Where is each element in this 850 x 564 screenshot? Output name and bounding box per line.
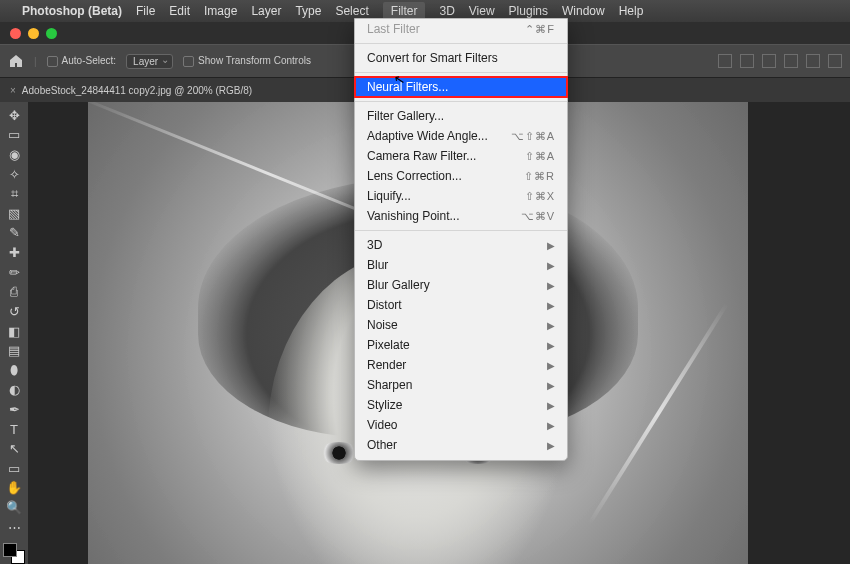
align-icon[interactable] [718, 54, 732, 68]
menu-item-pixelate[interactable]: Pixelate▶ [355, 335, 567, 355]
menu-item-render[interactable]: Render▶ [355, 355, 567, 375]
align-icon[interactable] [784, 54, 798, 68]
menu-item-sharpen[interactable]: Sharpen▶ [355, 375, 567, 395]
pen-tool[interactable]: ✒ [3, 400, 25, 419]
menu-view[interactable]: View [469, 4, 495, 18]
hand-tool[interactable]: ✋ [3, 479, 25, 498]
blur-tool[interactable]: ⬮ [3, 361, 25, 380]
menu-item-vanishing-point[interactable]: Vanishing Point...⌥⌘V [355, 206, 567, 226]
show-transform-controls-checkbox[interactable]: Show Transform Controls [183, 55, 311, 67]
menu-item-neural-filters[interactable]: Neural Filters... [355, 77, 567, 97]
move-tool[interactable]: ✥ [3, 106, 25, 125]
menu-item-adaptive-wide-angle[interactable]: Adaptive Wide Angle...⌥⇧⌘A [355, 126, 567, 146]
menu-plugins[interactable]: Plugins [509, 4, 548, 18]
crop-tool[interactable]: ⌗ [3, 184, 25, 203]
close-tab-icon[interactable]: × [10, 85, 16, 96]
path-select-tool[interactable]: ↖ [3, 439, 25, 458]
align-icons [718, 54, 842, 68]
eraser-tool[interactable]: ◧ [3, 322, 25, 341]
edit-toolbar[interactable]: ⋯ [3, 518, 25, 537]
menu-file[interactable]: File [136, 4, 155, 18]
menu-select[interactable]: Select [335, 4, 368, 18]
zoom-window-button[interactable] [46, 28, 57, 39]
menu-item-blur-gallery[interactable]: Blur Gallery▶ [355, 275, 567, 295]
menu-image[interactable]: Image [204, 4, 237, 18]
eyedropper-tool[interactable]: ✎ [3, 224, 25, 243]
app-menu[interactable]: Photoshop (Beta) [22, 4, 122, 18]
tools-panel: ✥▭◉✧⌗▧✎✚✏⎙↺◧▤⬮◐✒T↖▭✋🔍⋯ [0, 102, 28, 564]
magic-wand-tool[interactable]: ✧ [3, 165, 25, 184]
document-tab-label: AdobeStock_24844411 copy2.jpg @ 200% (RG… [22, 85, 252, 96]
menu-item-noise[interactable]: Noise▶ [355, 315, 567, 335]
menu-item-lens-correction[interactable]: Lens Correction...⇧⌘R [355, 166, 567, 186]
filter-menu-dropdown: Last Filter⌃⌘F Convert for Smart Filters… [354, 18, 568, 461]
auto-select-target-select[interactable]: Layer [126, 54, 173, 69]
brush-tool[interactable]: ✏ [3, 263, 25, 282]
home-icon[interactable] [8, 53, 24, 69]
history-brush-tool[interactable]: ↺ [3, 302, 25, 321]
document-tab[interactable]: × AdobeStock_24844411 copy2.jpg @ 200% (… [0, 85, 262, 96]
menu-window[interactable]: Window [562, 4, 605, 18]
menu-item-other[interactable]: Other▶ [355, 435, 567, 455]
menu-help[interactable]: Help [619, 4, 644, 18]
align-icon[interactable] [740, 54, 754, 68]
dodge-tool[interactable]: ◐ [3, 381, 25, 400]
zoom-tool[interactable]: 🔍 [3, 498, 25, 517]
align-icon[interactable] [828, 54, 842, 68]
menu-3d[interactable]: 3D [439, 4, 454, 18]
align-icon[interactable] [806, 54, 820, 68]
gradient-tool[interactable]: ▤ [3, 341, 25, 360]
menu-item-camera-raw-filter[interactable]: Camera Raw Filter...⇧⌘A [355, 146, 567, 166]
shape-tool[interactable]: ▭ [3, 459, 25, 478]
clone-stamp-tool[interactable]: ⎙ [3, 282, 25, 301]
menu-type[interactable]: Type [295, 4, 321, 18]
menu-item-video[interactable]: Video▶ [355, 415, 567, 435]
menu-item-convert-smart-filters[interactable]: Convert for Smart Filters [355, 48, 567, 68]
menu-edit[interactable]: Edit [169, 4, 190, 18]
minimize-window-button[interactable] [28, 28, 39, 39]
menu-item-3d[interactable]: 3D▶ [355, 235, 567, 255]
menu-item-blur[interactable]: Blur▶ [355, 255, 567, 275]
menu-item-filter-gallery[interactable]: Filter Gallery... [355, 106, 567, 126]
menu-item-last-filter: Last Filter⌃⌘F [355, 19, 567, 39]
color-swatches[interactable] [3, 543, 25, 563]
menu-layer[interactable]: Layer [251, 4, 281, 18]
align-icon[interactable] [762, 54, 776, 68]
auto-select-checkbox[interactable]: Auto-Select: [47, 55, 116, 67]
close-window-button[interactable] [10, 28, 21, 39]
healing-brush-tool[interactable]: ✚ [3, 243, 25, 262]
marquee-tool[interactable]: ▭ [3, 126, 25, 145]
menu-item-distort[interactable]: Distort▶ [355, 295, 567, 315]
menu-item-liquify[interactable]: Liquify...⇧⌘X [355, 186, 567, 206]
menu-item-stylize[interactable]: Stylize▶ [355, 395, 567, 415]
type-tool[interactable]: T [3, 420, 25, 439]
traffic-lights [0, 22, 57, 44]
frame-tool[interactable]: ▧ [3, 204, 25, 223]
lasso-tool[interactable]: ◉ [3, 145, 25, 164]
